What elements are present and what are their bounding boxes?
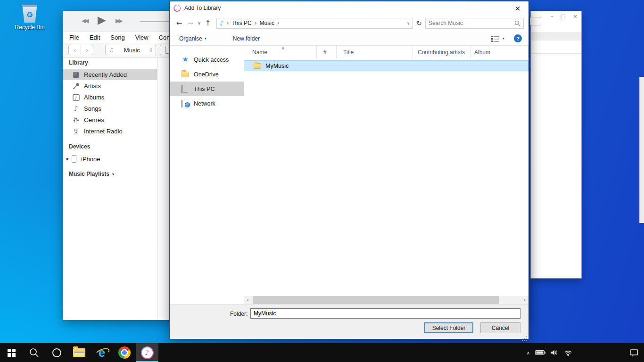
navpane-item-onedrive[interactable]: OneDrive <box>170 67 244 82</box>
sidebar-item-albums[interactable]: ♪ Albums <box>63 91 157 103</box>
recycle-bin[interactable]: ♻ Recycle Bin <box>14 5 45 31</box>
new-folder-label: New folder <box>233 35 260 42</box>
onedrive-folder-icon <box>181 72 190 77</box>
sidebar-item-recently-added[interactable]: ▦ Recently Added <box>63 69 157 80</box>
rewind-button[interactable]: ◀◀ <box>82 17 87 24</box>
file-row-mymusic[interactable]: MyMusic <box>244 60 528 71</box>
organise-button[interactable]: Organise ▾ <box>179 35 206 42</box>
select-folder-button[interactable]: Select Folder <box>424 322 473 333</box>
navpane-item-quick-access[interactable]: ★ Quick access <box>170 52 244 67</box>
media-kind-value: Music <box>117 47 147 54</box>
sort-ascending-icon: ∧ <box>281 46 285 50</box>
screen: { "colors": { "accent": "#0078d7", "sele… <box>0 0 644 362</box>
minimize-icon[interactable]: – <box>551 13 553 20</box>
sidebar-item-genres[interactable]: Genres <box>63 114 157 125</box>
view-options-icon[interactable] <box>491 35 500 42</box>
search-icon <box>514 20 520 26</box>
navpane-item-network[interactable]: Network <box>170 96 244 111</box>
file-explorer-button[interactable] <box>68 343 91 362</box>
volume-icon[interactable] <box>551 349 559 356</box>
chrome-icon <box>118 346 131 359</box>
back-button[interactable]: ← <box>173 19 185 27</box>
sidebar-item-internet-radio[interactable]: Internet Radio <box>63 125 157 137</box>
itunes-button[interactable]: ♪ <box>136 343 158 362</box>
itunes-forward-button[interactable]: › <box>81 45 93 55</box>
column-header-album[interactable]: Album <box>471 46 528 58</box>
music-note-icon: ♫ <box>109 47 114 53</box>
background-window: – □ × <box>530 11 582 279</box>
column-header-name[interactable]: Name <box>244 46 317 58</box>
sidebar-item-label: Artists <box>84 82 101 90</box>
new-folder-button[interactable]: New folder <box>233 35 260 42</box>
iphone-icon <box>165 47 169 54</box>
breadcrumb-this-pc[interactable]: This PC <box>231 20 252 26</box>
fast-forward-button[interactable]: ▶▶ <box>116 17 121 24</box>
organise-label: Organise <box>179 35 202 42</box>
recent-locations-chevron[interactable]: ∨ <box>196 21 202 25</box>
sliders-icon <box>72 116 80 123</box>
forward-button[interactable]: → <box>185 19 196 27</box>
cancel-button[interactable]: Cancel <box>480 322 520 333</box>
expand-arrow-icon[interactable]: ▶ <box>66 157 72 161</box>
media-kind-selector[interactable]: ♫ Music ∧ ∨ <box>105 45 156 55</box>
horizontal-scrollbar[interactable]: ‹ › <box>244 296 528 304</box>
navpane-item-label: OneDrive <box>194 71 219 78</box>
playlists-label: Music Playlists <box>69 171 109 177</box>
system-tray: ∧ <box>527 343 644 362</box>
close-button[interactable]: × <box>511 4 525 13</box>
scrollbar-thumb[interactable] <box>253 296 499 304</box>
sidebar-item-songs[interactable]: ♪ Songs <box>63 103 157 114</box>
view-dropdown-arrow[interactable]: ▾ <box>503 36 504 41</box>
navpane-item-this-pc[interactable]: This PC <box>170 82 244 96</box>
navpane-item-label: This PC <box>194 86 215 92</box>
scrollbar-track[interactable] <box>252 296 520 304</box>
menu-view[interactable]: View <box>135 34 149 41</box>
breadcrumb-separator: › <box>277 20 280 26</box>
edge-window-strip <box>639 77 644 223</box>
menu-edit[interactable]: Edit <box>90 34 100 41</box>
battery-icon[interactable] <box>535 350 545 355</box>
menu-file[interactable]: File <box>69 34 79 41</box>
wifi-icon[interactable] <box>564 349 572 356</box>
taskbar-search-button[interactable] <box>23 343 45 362</box>
chrome-button[interactable] <box>113 343 136 362</box>
music-playlists-header[interactable]: Music Playlists ∨ <box>69 171 157 177</box>
grid-icon: ▦ <box>72 71 80 78</box>
hidden-icons-chevron[interactable]: ∧ <box>527 350 530 355</box>
column-header-contributing-artists[interactable]: Contributing artists <box>413 46 471 58</box>
scroll-left-arrow[interactable]: ‹ <box>244 296 252 304</box>
close-icon[interactable]: × <box>573 13 578 20</box>
maximize-icon[interactable]: □ <box>561 13 566 20</box>
resize-grip[interactable] <box>526 336 527 337</box>
address-dropdown-chevron[interactable]: ∨ <box>407 21 410 25</box>
column-header-title[interactable]: Title <box>337 46 413 58</box>
column-header-number[interactable]: # <box>317 46 337 58</box>
search-icon <box>29 348 39 357</box>
play-button[interactable]: ▶ <box>98 14 106 26</box>
help-button[interactable]: ? <box>514 34 522 42</box>
action-center-icon[interactable] <box>630 349 638 356</box>
search-input[interactable] <box>426 20 514 26</box>
chevron-down-icon: ∨ <box>112 172 115 176</box>
dialog-navigation-pane: ★ Quick access OneDrive This PC Network <box>170 46 244 304</box>
menu-song[interactable]: Song <box>110 34 124 41</box>
internet-explorer-button[interactable]: e <box>91 343 113 362</box>
sidebar-item-label: Songs <box>84 105 101 112</box>
itunes-back-button[interactable]: ‹ <box>68 45 81 55</box>
quick-access-star-icon: ★ <box>181 56 190 63</box>
up-button[interactable]: ↑ <box>202 19 214 27</box>
cortana-button[interactable] <box>45 343 68 362</box>
start-button[interactable] <box>0 343 23 362</box>
address-bar[interactable]: ♪ › This PC › Music › ∨ <box>216 18 413 29</box>
breadcrumb-music[interactable]: Music <box>260 20 274 26</box>
scroll-right-arrow[interactable]: › <box>520 296 528 304</box>
folder-name-input[interactable] <box>250 308 520 319</box>
radio-tower-icon <box>72 128 80 135</box>
sidebar-item-iphone[interactable]: ▶ iPhone <box>63 153 157 165</box>
add-to-library-dialog: ♪ Add To Library × ← → ∨ ↑ ♪ › This PC ›… <box>169 1 529 339</box>
breadcrumb-separator: › <box>226 20 229 26</box>
refresh-button[interactable]: ↻ <box>414 19 424 27</box>
sidebar-item-label: Recently Added <box>84 71 127 78</box>
sidebar-item-artists[interactable]: Artists <box>63 80 157 91</box>
recycle-bin-icon: ♻ <box>22 5 38 23</box>
